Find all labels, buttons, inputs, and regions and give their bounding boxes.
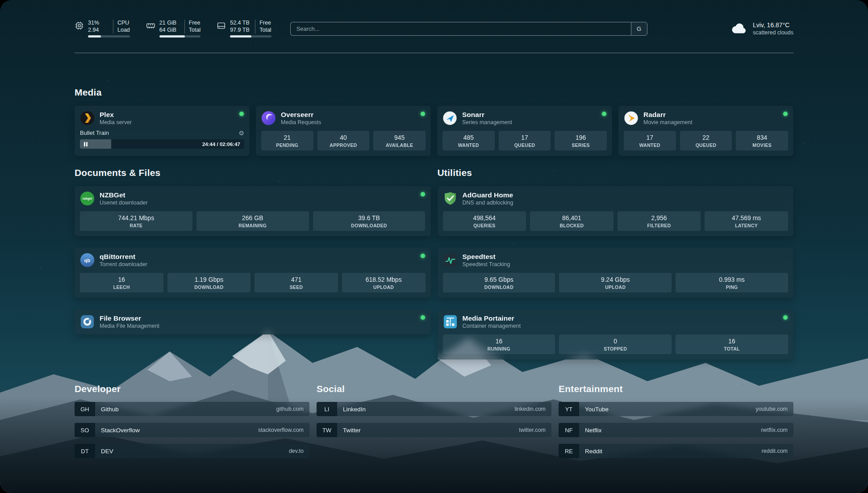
stat-running: 16 RUNNING [443,334,555,354]
portainer-icon [443,314,458,329]
stat-queries: 498,564 QUERIES [443,211,526,231]
section-documents-files: Documents & Files nzbget [75,167,431,334]
bookmark-abbr: RE [559,444,579,458]
bookmark-url: github.com [276,406,304,412]
disk-total-label: Total [255,27,271,34]
weather-condition: scattered clouds [753,29,793,36]
service-name: Plex [100,111,132,119]
now-playing-widget: Bullet Train ⚙ 24:44 / 02:06:47 [80,130,244,149]
bookmark-dev[interactable]: DT DEV dev.to [75,444,309,458]
status-dot [239,112,244,116]
cpu-widget: 31% CPU 2.94 Load [75,20,130,38]
stat-ping: 0.993 ms PING [676,273,788,292]
service-name: AdGuard Home [463,191,513,199]
resource-widgets: 31% CPU 2.94 Load [75,20,271,38]
service-card-plex[interactable]: Plex Media server Bullet Train ⚙ [75,106,250,156]
service-description: Media Requests [281,119,321,125]
service-description: Series management [462,119,512,125]
bookmark-url: twitter.com [519,427,546,433]
status-dot [421,254,425,258]
stat-blocked: 86,401 BLOCKED [530,211,613,231]
bookmark-url: reddit.com [762,448,788,454]
memory-total-value: 64 GiB [159,27,183,34]
bookmark-url: dev.to [289,448,304,454]
service-description: DNS and adblocking [463,200,513,206]
stat-total: 16 TOTAL [676,334,788,354]
service-card-radarr[interactable]: Radarr Movie management 17 WANTED 22 QUE… [618,106,793,156]
plex-icon [80,111,95,125]
bookmark-name: Github [101,406,119,413]
bookmark-abbr: LI [317,402,337,416]
memory-progress-fill [159,35,185,38]
service-card-speedtest[interactable]: Speedtest Speedtest Tracking 9.65 Gbps D… [438,248,794,298]
service-description: Usenet downloader [100,200,148,206]
nzbget-icon: nzbget [80,191,95,206]
memory-icon [146,21,155,30]
service-card-overseerr[interactable]: Overseerr Media Requests 21 PENDING 40 A… [256,106,431,156]
bookmark-name: Twitter [343,427,361,434]
service-name: Radarr [643,111,693,119]
memory-widget: 21 GiB Free 64 GiB Total [146,20,200,38]
weather-widget[interactable]: Lviv, 16.87°C scattered clouds [731,21,793,36]
disk-progress-fill [230,35,251,38]
bookmark-url: netflix.com [761,427,788,433]
disk-total-value: 97.9 TB [230,27,253,34]
cpu-progress-bar [88,35,130,38]
bookmark-url: stackoverflow.com [258,427,304,433]
service-description: Media File Management [100,323,159,329]
bookmark-github[interactable]: GH Github github.com [75,402,309,416]
bookmark-name: DEV [101,448,113,455]
memory-progress-bar [159,35,200,38]
stat-upload: 618.52 Mbps UPLOAD [342,273,426,292]
service-card-filebrowser[interactable]: File Browser Media File Management [75,309,431,334]
service-card-qbittorrent[interactable]: qb qBittorrent Torrent downloader 16 [75,248,431,298]
bookmark-url: linkedin.com [515,406,546,412]
weather-location: Lviv, 16.87°C [753,21,793,29]
stat-remaining: 266 GB REMAINING [196,211,309,231]
service-card-sonarr[interactable]: Sonarr Series management 485 WANTED 17 Q… [437,106,612,156]
service-name: Sonarr [462,111,512,119]
stat-filtered: 2,956 FILTERED [618,211,701,231]
snow-specks [0,0,1,1]
bookmark-name: StackOverflow [101,427,140,434]
bookmark-reddit[interactable]: RE Reddit reddit.com [559,444,793,458]
bookmark-group-developer: Developer GH Github github.com SO StackO… [75,384,309,458]
bookmark-group-entertainment: Entertainment YT YouTube youtube.com NF … [559,384,793,458]
entertainment-section-title: Entertainment [559,384,793,394]
bookmark-abbr: TW [317,423,337,437]
cloud-icon [731,22,748,35]
service-card-nzbget[interactable]: nzbget NZBGet Usenet downloader 744. [75,186,431,236]
playback-progress-bar[interactable]: 24:44 / 02:06:47 [80,139,244,149]
service-name: Overseerr [281,111,321,119]
service-card-adguard[interactable]: AdGuard Home DNS and adblocking 498,564 … [438,186,794,236]
service-description: Container management [463,323,521,329]
gear-icon[interactable]: ⚙ [238,130,244,136]
search-input[interactable] [290,22,631,36]
developer-section-title: Developer [75,384,309,394]
memory-free-value: 21 GiB [159,20,183,27]
bookmark-abbr: NF [559,423,579,437]
service-name: NZBGet [100,191,148,199]
memory-total-label: Total [184,27,200,34]
sonarr-icon [442,111,457,125]
cpu-usage-value: 31% [88,20,111,27]
search-provider-button[interactable]: G [631,22,647,36]
service-card-portainer[interactable]: Media Portainer Container management 16 … [438,309,794,359]
bookmark-youtube[interactable]: YT YouTube youtube.com [559,402,793,416]
stat-rate: 744.21 Mbps RATE [80,211,192,231]
bookmark-twitter[interactable]: TW Twitter twitter.com [317,423,551,437]
status-dot [421,315,425,320]
bookmark-linkedin[interactable]: LI LinkedIn linkedin.com [317,402,551,416]
status-dot [421,192,425,196]
bookmark-netflix[interactable]: NF Netflix netflix.com [559,423,793,437]
service-description: Media server [100,119,132,125]
pause-icon[interactable] [84,142,88,146]
stat-upload: 9.24 Gbps UPLOAD [559,273,672,292]
bookmark-name: YouTube [585,406,609,413]
stat-series: 196 SERIES [555,131,607,150]
bookmark-stackoverflow[interactable]: SO StackOverflow stackoverflow.com [75,423,309,437]
header-divider [75,53,793,53]
disk-free-label: Free [255,20,271,27]
stat-wanted: 485 WANTED [442,131,495,150]
now-playing-title: Bullet Train [80,130,109,136]
